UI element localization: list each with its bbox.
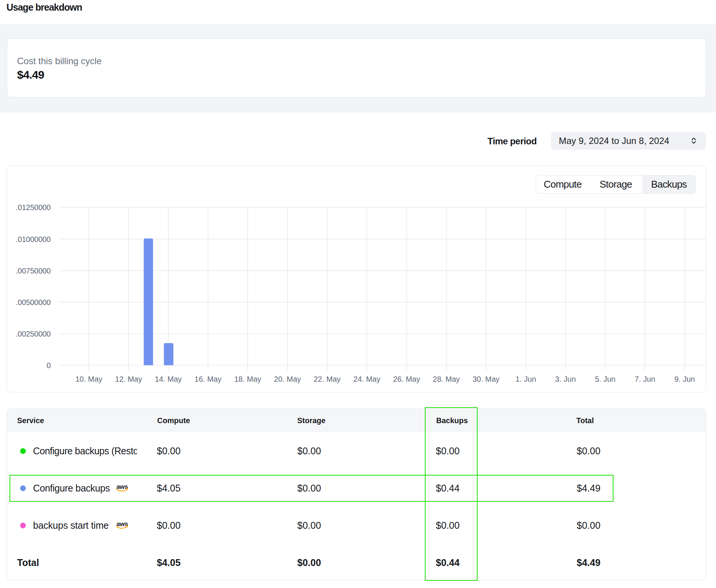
- svg-text:0: 0: [47, 361, 51, 370]
- svg-text:22. May: 22. May: [314, 375, 341, 383]
- svg-text:16. May: 16. May: [194, 375, 221, 383]
- svg-text:18. May: 18. May: [234, 375, 261, 383]
- svg-text:.01000000: .01000000: [16, 235, 50, 243]
- svg-text:28. May: 28. May: [433, 375, 460, 383]
- svg-text:14. May: 14. May: [155, 375, 182, 383]
- svg-text:20. May: 20. May: [274, 375, 301, 383]
- svg-text:.00250000: .00250000: [16, 330, 50, 338]
- svg-text:.00500000: .00500000: [16, 298, 50, 307]
- svg-text:12. May: 12. May: [115, 375, 142, 383]
- svg-text:30. May: 30. May: [473, 375, 500, 383]
- svg-text:5. Jun: 5. Jun: [595, 375, 615, 383]
- svg-text:aws: aws: [117, 521, 128, 528]
- svg-text:1. Jun: 1. Jun: [516, 375, 536, 383]
- svg-text:10. May: 10. May: [75, 375, 102, 383]
- svg-text:.00750000: .00750000: [16, 267, 50, 275]
- svg-text:9. Jun: 9. Jun: [674, 375, 695, 383]
- svg-text:3. Jun: 3. Jun: [555, 375, 576, 383]
- svg-text:7. Jun: 7. Jun: [635, 375, 655, 383]
- svg-text:26. May: 26. May: [393, 375, 420, 383]
- svg-text:.01250000: .01250000: [16, 203, 50, 212]
- svg-text:24. May: 24. May: [353, 375, 380, 383]
